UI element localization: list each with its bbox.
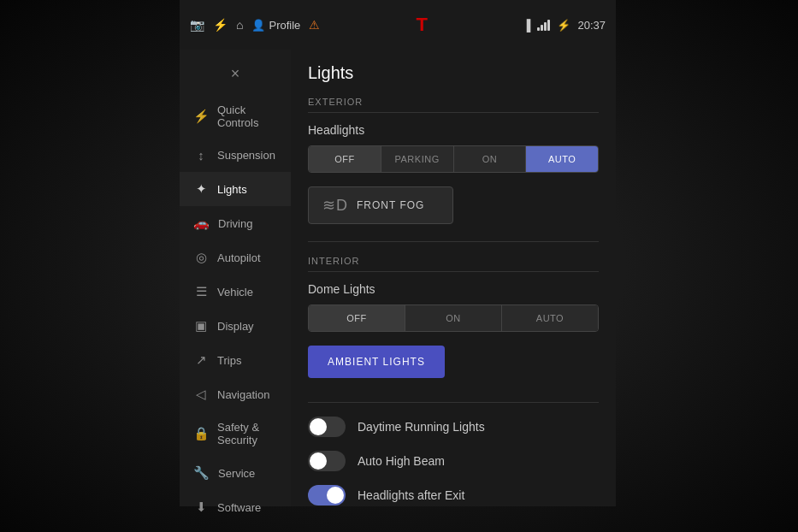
home-icon: ⌂ — [236, 18, 243, 32]
headlights-off-btn[interactable]: OFF — [309, 146, 381, 172]
signal-bars — [537, 20, 550, 31]
headlights-after-exit-row: Headlights after Exit — [308, 485, 599, 505]
sidebar-item-label: Driving — [218, 217, 252, 230]
dome-off-btn[interactable]: OFF — [309, 305, 405, 331]
headlights-btn-group: OFF PARKING ON AUTO — [308, 145, 599, 173]
sidebar: × ⚡ Quick Controls ↕ Suspension ✦ Lights… — [180, 50, 291, 506]
status-left: 📷 ⚡ ⌂ 👤 Profile ⚠ — [190, 18, 320, 32]
warning-icon: ⚠ — [309, 18, 320, 32]
headlights-on-btn[interactable]: ON — [454, 146, 527, 172]
ambient-lights-btn[interactable]: AMBIENT LIGHTS — [308, 346, 445, 378]
daytime-running-toggle[interactable] — [308, 417, 346, 437]
driving-icon: 🚗 — [193, 216, 210, 231]
dome-lights-label: Dome Lights — [308, 282, 599, 296]
sidebar-item-trips[interactable]: ↗ Trips — [180, 343, 291, 377]
sidebar-item-label: Service — [218, 467, 255, 480]
tesla-logo: T — [417, 14, 427, 36]
sidebar-item-label: Safety & Security — [217, 421, 277, 446]
time-display: 20:37 — [577, 19, 606, 32]
sidebar-item-label: Navigation — [217, 388, 269, 401]
auto-high-beam-row: Auto High Beam — [308, 451, 599, 471]
sidebar-item-suspension[interactable]: ↕ Suspension — [180, 139, 291, 172]
sidebar-item-quick-controls[interactable]: ⚡ Quick Controls — [180, 94, 291, 139]
dome-auto-btn[interactable]: AUTO — [502, 305, 598, 331]
interior-section-label: Interior — [308, 256, 599, 272]
status-bar: 📷 ⚡ ⌂ 👤 Profile ⚠ T ▐ ⚡ 20:37 — [180, 0, 616, 50]
sidebar-item-software[interactable]: ⬇ Software — [180, 490, 291, 524]
sidebar-item-driving[interactable]: 🚗 Driving — [180, 206, 291, 240]
headlights-auto-btn[interactable]: AUTO — [526, 146, 598, 172]
exterior-section-label: Exterior — [308, 97, 599, 113]
sidebar-item-service[interactable]: 🔧 Service — [180, 456, 291, 490]
toggle-knob — [310, 452, 327, 470]
headlights-after-exit-label: Headlights after Exit — [358, 488, 464, 502]
trips-icon: ↗ — [193, 352, 209, 368]
main-content: Lights Exterior Headlights OFF PARKING O… — [291, 50, 616, 506]
person-icon: 👤 — [251, 19, 265, 32]
fog-icon: ≋D — [322, 196, 348, 215]
sidebar-item-label: Software — [217, 501, 261, 514]
profile-button[interactable]: 👤 Profile — [251, 19, 300, 32]
auto-high-beam-toggle[interactable] — [308, 451, 346, 471]
sidebar-item-autopilot[interactable]: ◎ Autopilot — [180, 240, 291, 275]
daytime-running-label: Daytime Running Lights — [358, 420, 485, 434]
sidebar-item-lights[interactable]: ✦ Lights — [180, 172, 291, 206]
sidebar-item-label: Suspension — [217, 149, 275, 162]
auto-high-beam-label: Auto High Beam — [358, 454, 445, 468]
sidebar-item-label: Quick Controls — [217, 103, 277, 129]
headlights-label: Headlights — [308, 123, 599, 137]
section-divider — [308, 241, 599, 242]
headlights-after-exit-toggle[interactable] — [308, 485, 346, 505]
status-right: ▐ ⚡ 20:37 — [523, 19, 606, 32]
navigation-icon: ◁ — [193, 387, 209, 402]
sidebar-item-label: Vehicle — [217, 286, 253, 299]
front-fog-label: FRONT FOG — [357, 199, 424, 211]
autopilot-icon: ◎ — [193, 250, 209, 265]
toggle-knob — [327, 487, 344, 504]
section-divider-2 — [308, 402, 599, 403]
page-title: Lights — [308, 63, 599, 83]
sidebar-item-display[interactable]: ▣ Display — [180, 309, 291, 343]
software-icon: ⬇ — [193, 499, 209, 515]
close-button[interactable]: × — [222, 60, 249, 87]
daytime-running-row: Daytime Running Lights — [308, 417, 599, 437]
sidebar-item-vehicle[interactable]: ☰ Vehicle — [180, 275, 291, 309]
sidebar-item-navigation[interactable]: ◁ Navigation — [180, 377, 291, 411]
profile-label: Profile — [269, 19, 300, 32]
camera-icon: 📷 — [190, 18, 204, 32]
bluetooth-icon: ⚡ — [557, 19, 570, 32]
sidebar-item-safety-security[interactable]: 🔒 Safety & Security — [180, 411, 291, 456]
sidebar-item-label: Autopilot — [217, 251, 261, 264]
toggle-knob — [310, 418, 327, 435]
lights-icon: ✦ — [193, 181, 209, 197]
service-icon: 🔧 — [193, 465, 210, 481]
suspension-icon: ↕ — [193, 148, 209, 163]
dome-lights-btn-group: OFF ON AUTO — [308, 304, 599, 332]
front-fog-btn[interactable]: ≋D FRONT FOG — [308, 186, 453, 224]
sidebar-item-label: Trips — [217, 354, 241, 367]
display-icon: ▣ — [193, 318, 209, 334]
headlights-parking-btn[interactable]: PARKING — [381, 146, 454, 172]
sidebar-item-label: Lights — [217, 183, 247, 196]
safety-icon: 🔒 — [193, 426, 209, 441]
dome-on-btn[interactable]: ON — [405, 305, 502, 331]
vehicle-icon: ☰ — [193, 284, 209, 299]
battery-level: ▐ — [523, 19, 530, 32]
quick-controls-icon: ⚡ — [193, 109, 209, 124]
sidebar-item-label: Display — [217, 320, 254, 333]
bolt-icon: ⚡ — [213, 18, 228, 32]
